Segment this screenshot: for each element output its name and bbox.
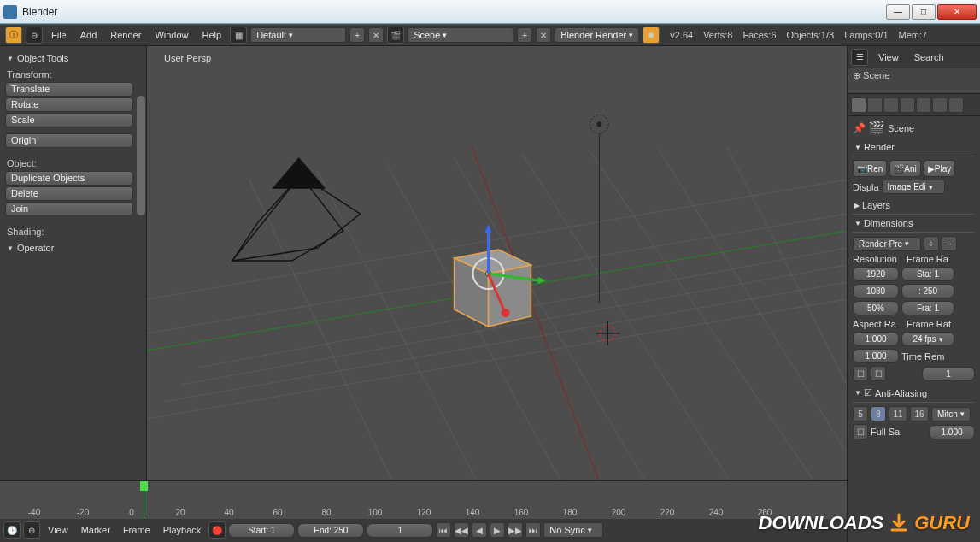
frame-end[interactable]: : 250 [901,284,954,298]
timeline-tick: 180 [563,508,578,517]
tl-playback[interactable]: Playback [158,522,207,538]
tab-scene[interactable] [867,97,883,113]
menu-add[interactable]: Add [75,27,103,43]
outliner-body[interactable]: ⊕ Scene [848,68,980,94]
remove-layout-button[interactable]: ✕ [368,27,384,43]
tl-frame[interactable]: Frame [118,522,156,538]
prev-key-icon[interactable]: ◀◀ [454,522,469,538]
display-select[interactable]: Image Edi [882,180,945,194]
tr-val[interactable]: 1 [922,367,975,381]
panel-dimensions[interactable]: Dimensions [853,215,975,233]
duplicate-button[interactable]: Duplicate Objects [5,171,133,186]
toolshelf-scrollbar[interactable] [137,96,145,215]
tab-world[interactable] [883,97,899,113]
jump-end-icon[interactable]: ⏭ [525,522,541,538]
outliner-view[interactable]: View [873,50,904,65]
fps[interactable]: 24 fps [901,332,954,346]
res-x[interactable]: 1920 [853,267,899,281]
aa-5[interactable]: 5 [853,406,868,421]
tl-marker[interactable]: Marker [76,522,115,538]
delete-button[interactable]: Delete [5,186,133,201]
origin-button[interactable]: Origin [5,133,133,148]
panel-aa[interactable]: ☑ Anti-Aliasing [853,384,975,403]
animation-button[interactable]: 🎬Ani [889,160,920,177]
timeline-editor-icon[interactable]: 🕒 [3,521,21,539]
scene-field[interactable]: Scene [408,27,513,43]
frame-step[interactable]: Fra: 1 [901,301,954,315]
current-frame[interactable]: 1 [367,523,433,538]
render-engine-field[interactable]: Blender Render [555,27,639,43]
minimize-button[interactable]: — [886,4,910,20]
add-scene-button[interactable]: + [517,27,532,43]
panel-object-tools[interactable]: Object Tools [5,50,143,67]
scene-icon[interactable]: 🎬 [387,27,404,44]
res-y[interactable]: 1080 [853,284,899,298]
aa-11[interactable]: 11 [889,406,907,421]
aa-size[interactable]: 1.000 [929,425,975,439]
aa-16[interactable]: 16 [910,406,929,421]
play-button[interactable]: ▶Play [924,160,955,177]
play-icon[interactable]: ▶ [490,522,505,538]
outliner-search[interactable]: Search [909,50,949,65]
menu-render[interactable]: Render [105,27,146,43]
border-check[interactable]: ☐ [853,366,868,381]
stat-lamps: Lamps:0/1 [844,30,888,40]
start-frame[interactable]: Start: 1 [228,523,295,538]
menu-window[interactable]: Window [150,27,193,43]
res-pct[interactable]: 50% [853,301,899,315]
render-preset[interactable]: Render Pre [853,237,921,251]
timeline-tick: 60 [273,508,282,517]
aa-filter[interactable]: Mitch [931,407,971,421]
stat-faces: Faces:6 [742,30,776,40]
end-frame[interactable]: End: 250 [297,523,364,538]
panel-layers[interactable]: Layers [853,197,975,215]
remove-scene-button[interactable]: ✕ [536,27,551,43]
scale-button[interactable]: Scale [5,113,133,127]
collapse-menus-icon[interactable]: ⊖ [26,27,43,44]
play-rev-icon[interactable]: ◀ [472,522,487,538]
menu-help[interactable]: Help [197,27,227,43]
next-key-icon[interactable]: ▶▶ [508,522,523,538]
aspect-y[interactable]: 1.000 [853,349,899,363]
timeline-header: 🕒 ⊖ View Marker Frame Playback 🔴 Start: … [0,519,847,541]
crop-check[interactable]: ☐ [871,366,886,381]
timeline-cursor[interactable] [144,481,144,519]
3d-viewport[interactable]: User Persp (1) Cube z y x ▣ ⊖ View Selec… [147,46,847,542]
timeline-ruler[interactable]: -40-200204060801001201401601802002202402… [0,481,847,519]
label-object: Object: [5,156,143,171]
outliner-editor-icon[interactable]: ☰ [851,49,868,66]
frame-label: Frame Ra [907,254,948,264]
aa-8[interactable]: 8 [871,406,886,421]
timeline-tick: 160 [514,508,529,517]
aspect-x[interactable]: 1.000 [853,332,899,346]
tab-modifiers[interactable] [932,97,948,113]
pin-icon[interactable]: 📌 [853,122,866,134]
info-editor-icon[interactable]: ⓘ [5,27,22,44]
tab-data[interactable] [948,97,964,113]
tab-constraints[interactable] [916,97,931,113]
panel-render[interactable]: Render [853,138,975,156]
screen-layout-icon[interactable]: ▦ [230,27,247,44]
tab-object[interactable] [900,97,915,113]
add-layout-button[interactable]: + [349,27,365,43]
rotate-button[interactable]: Rotate [5,97,133,112]
panel-operator[interactable]: Operator [5,239,143,256]
sync-select[interactable]: No Sync [543,522,603,538]
tab-render[interactable] [851,97,866,113]
screen-layout-field[interactable]: Default [250,27,346,43]
preset-remove[interactable]: − [942,236,957,251]
close-button[interactable]: ✕ [937,4,977,20]
menu-file[interactable]: File [46,27,72,43]
render-button[interactable]: 📷Ren [853,160,887,177]
jump-start-icon[interactable]: ⏮ [436,522,451,538]
tl-view[interactable]: View [43,522,73,538]
maximize-button[interactable]: □ [912,4,936,20]
full-sample-check[interactable]: ☐ [853,424,868,439]
preset-add[interactable]: + [924,236,939,251]
tl-collapse-icon[interactable]: ⊖ [23,521,40,539]
join-button[interactable]: Join [5,202,133,216]
auto-key-icon[interactable]: 🔴 [208,521,226,539]
frame-start[interactable]: Sta: 1 [901,267,954,281]
svg-line-9 [455,158,660,504]
translate-button[interactable]: Translate [5,82,133,97]
